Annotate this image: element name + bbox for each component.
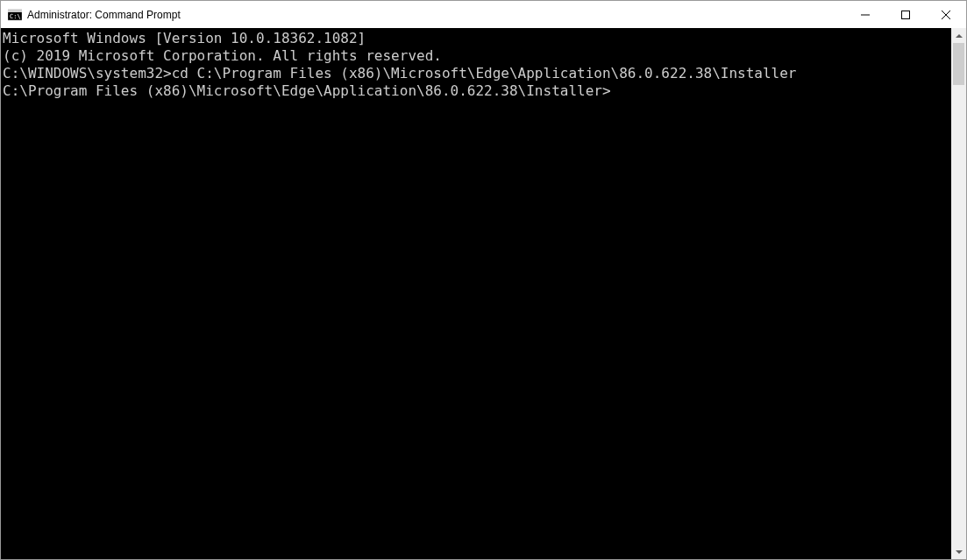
app-icon: C:\	[8, 8, 22, 22]
terminal-line: C:\Program Files (x86)\Microsoft\Edge\Ap…	[3, 82, 951, 100]
maximize-button[interactable]	[885, 1, 926, 28]
svg-line-6	[942, 11, 950, 19]
terminal-output[interactable]: Microsoft Windows [Version 10.0.18362.10…	[1, 28, 951, 559]
titlebar[interactable]: C:\ Administrator: Command Prompt	[1, 1, 966, 28]
scroll-thumb[interactable]	[953, 43, 964, 85]
scroll-up-arrow[interactable]	[951, 28, 966, 43]
close-button[interactable]	[926, 1, 966, 28]
terminal-line: (c) 2019 Microsoft Corporation. All righ…	[3, 47, 951, 65]
scroll-track[interactable]	[951, 43, 966, 544]
client-area: Microsoft Windows [Version 10.0.18362.10…	[1, 28, 966, 559]
window-title: Administrator: Command Prompt	[27, 9, 845, 21]
svg-text:C:\: C:\	[10, 13, 21, 20]
terminal-line: C:\WINDOWS\system32>cd C:\Program Files …	[3, 65, 951, 82]
minimize-button[interactable]	[845, 1, 885, 28]
window-controls	[845, 1, 966, 28]
svg-marker-7	[956, 34, 963, 38]
svg-rect-1	[8, 10, 22, 12]
scroll-down-arrow[interactable]	[951, 544, 966, 559]
vertical-scrollbar[interactable]	[951, 28, 966, 559]
svg-rect-4	[902, 11, 910, 18]
svg-line-5	[942, 11, 950, 19]
svg-marker-8	[956, 550, 963, 554]
terminal-line: Microsoft Windows [Version 10.0.18362.10…	[3, 30, 951, 47]
